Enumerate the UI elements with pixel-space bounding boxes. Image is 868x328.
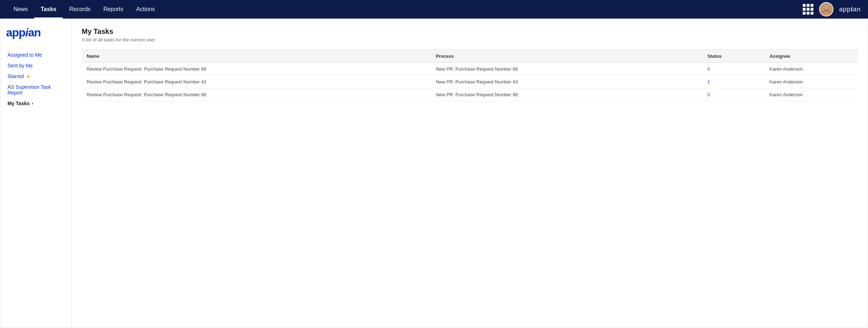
- svg-point-3: [824, 5, 828, 10]
- sidebar-item-my-tasks[interactable]: My Tasks ›: [6, 98, 66, 108]
- task-name: Review Purchase Request: Purchase Reques…: [82, 76, 431, 88]
- nav-right: appian: [803, 2, 861, 16]
- grid-dot: [811, 12, 813, 15]
- sidebar-logo: appian: [6, 26, 66, 39]
- sidebar-item-starred[interactable]: Starred ★: [6, 71, 66, 81]
- table-row[interactable]: Review Purchase Request: Purchase Reques…: [82, 63, 858, 76]
- task-name: Review Purchase Request: Purchase Reques…: [82, 63, 431, 76]
- task-assignee: Karen Anderson: [765, 76, 858, 88]
- nav-item-actions[interactable]: Actions: [130, 0, 161, 19]
- brand-logo: appian: [839, 6, 861, 13]
- grid-dot: [803, 8, 806, 11]
- tasks-table: Name Process Status Assignee Review Purc…: [82, 50, 858, 101]
- col-header-name: Name: [82, 50, 431, 63]
- page-subtitle: A list of all tasks for the current user: [82, 37, 858, 42]
- nav-item-news[interactable]: News: [7, 0, 34, 19]
- sidebar-nav: Assigned to Me Sent by Me Starred ★ AS S…: [6, 50, 66, 108]
- task-process: New PR: Purchase Request Number 68: [431, 63, 703, 76]
- sidebar-starred-label: Starred: [7, 73, 24, 79]
- content-header: My Tasks A list of all tasks for the cur…: [82, 27, 858, 42]
- nav-item-records[interactable]: Records: [63, 0, 97, 19]
- task-assignee: Karen Anderson: [765, 63, 858, 76]
- task-status[interactable]: 1: [703, 76, 765, 88]
- col-header-status: Status: [703, 50, 765, 63]
- task-process: New PR: Purchase Request Number 43: [431, 76, 703, 88]
- grid-dot: [803, 12, 806, 15]
- sidebar-item-sent-by-me[interactable]: Sent by Me: [6, 61, 66, 71]
- avatar-image: [820, 3, 833, 16]
- avatar[interactable]: [819, 2, 833, 16]
- task-status: 0: [703, 63, 765, 76]
- status-link[interactable]: 1: [708, 79, 710, 84]
- sidebar-my-tasks-label: My Tasks: [7, 101, 30, 106]
- grid-dot: [811, 4, 813, 7]
- task-process: New PR: Purchase Request Number 98: [431, 88, 703, 101]
- top-navigation: News Tasks Records Reports Actions: [0, 0, 868, 19]
- star-icon: ★: [26, 73, 31, 79]
- chevron-right-icon: ›: [32, 101, 33, 106]
- nav-items: News Tasks Records Reports Actions: [7, 0, 803, 19]
- task-status: 0: [703, 88, 765, 101]
- grid-dot: [811, 8, 813, 11]
- grid-dot: [807, 12, 810, 15]
- page-title: My Tasks: [82, 27, 858, 36]
- apps-grid-icon[interactable]: [803, 4, 813, 15]
- appian-logo-text: appian: [6, 26, 66, 39]
- nav-item-reports[interactable]: Reports: [97, 0, 130, 19]
- grid-dot: [807, 4, 810, 7]
- table-header-row: Name Process Status Assignee: [82, 50, 858, 63]
- col-header-process: Process: [431, 50, 703, 63]
- table-row[interactable]: Review Purchase Request: Purchase Reques…: [82, 76, 858, 88]
- main-container: appian Assigned to Me Sent by Me Starred…: [0, 19, 868, 328]
- table-header: Name Process Status Assignee: [82, 50, 858, 63]
- grid-dot: [803, 4, 806, 7]
- task-assignee: Karen Anderson: [765, 88, 858, 101]
- table-row[interactable]: Review Purchase Request: Purchase Reques…: [82, 88, 858, 101]
- sidebar-item-as-supervisor-task-report[interactable]: AS Supervisor Task Report: [6, 82, 66, 98]
- table-body: Review Purchase Request: Purchase Reques…: [82, 63, 858, 101]
- task-name: Review Purchase Request: Purchase Reques…: [82, 88, 431, 101]
- sidebar: appian Assigned to Me Sent by Me Starred…: [0, 19, 72, 328]
- sidebar-item-assigned-to-me[interactable]: Assigned to Me: [6, 50, 66, 60]
- col-header-assignee: Assignee: [765, 50, 858, 63]
- nav-item-tasks[interactable]: Tasks: [34, 0, 63, 19]
- content-area: My Tasks A list of all tasks for the cur…: [72, 19, 868, 328]
- grid-dot: [807, 8, 810, 11]
